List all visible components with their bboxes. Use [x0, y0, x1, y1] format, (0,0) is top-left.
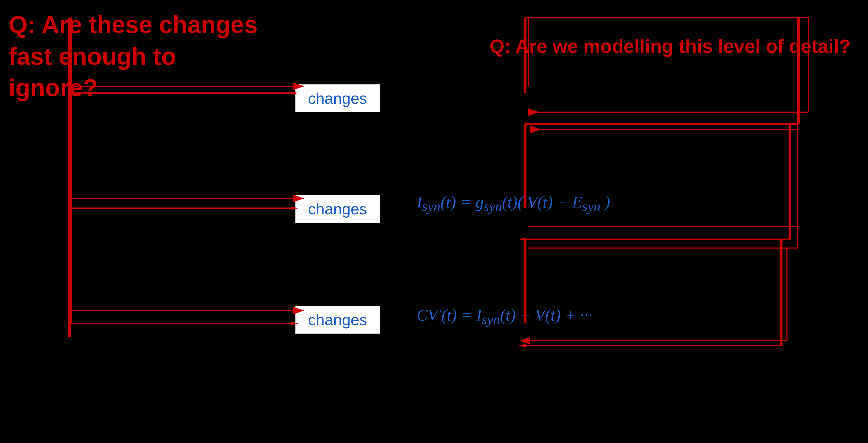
equation-isyn: Isyn(t) = gsyn(t)( V(t) − Esyn ) [416, 193, 610, 214]
question-right: Q: Are we modelling this level of detail… [490, 35, 851, 57]
changes-box-1: changes [295, 84, 380, 112]
question-left: Q: Are these changesfast enough toignore… [9, 9, 258, 104]
equation-cv: CV′(t) = Isyn(t) − V(t) + ··· [416, 305, 592, 327]
main-canvas: Q: Are these changesfast enough toignore… [0, 0, 868, 443]
changes-box-2: changes [295, 195, 380, 223]
changes-box-3: changes [295, 305, 380, 334]
